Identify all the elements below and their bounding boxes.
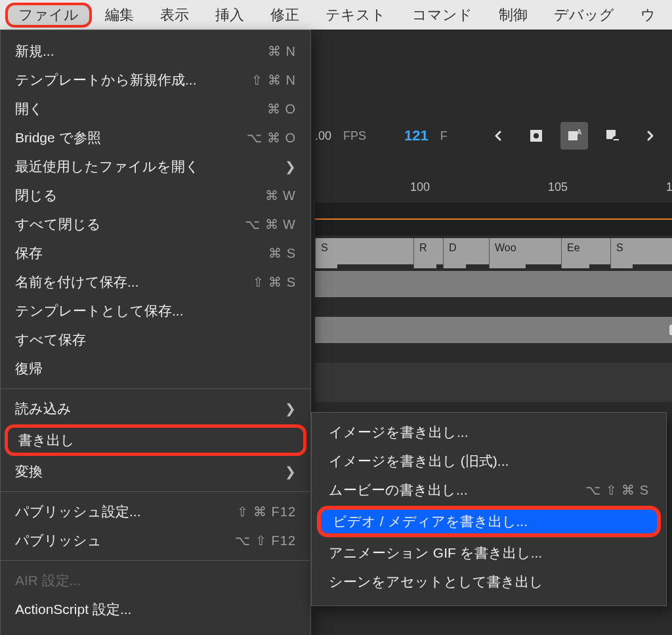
- menu-modify[interactable]: 修正: [257, 3, 312, 28]
- file-menu: 新規... ⌘ N テンプレートから新規作成... ⇧ ⌘ N 開く ⌘ O B…: [0, 30, 311, 635]
- menu-debug[interactable]: デバッグ: [541, 3, 627, 28]
- menu-text[interactable]: テキスト: [312, 3, 399, 28]
- timeline-track[interactable]: [315, 317, 672, 343]
- menu-item-label: アニメーション GIF を書き出し...: [329, 544, 542, 562]
- lipsync-marker[interactable]: S: [315, 238, 337, 268]
- menu-export-video[interactable]: ビデオ / メディアを書き出し...: [317, 506, 661, 537]
- menu-export-gif[interactable]: アニメーション GIF を書き出し...: [312, 539, 666, 567]
- ruler-tick: 100: [410, 180, 430, 194]
- shortcut: ⌥ ⇧ F12: [235, 533, 296, 548]
- menu-insert[interactable]: 挿入: [202, 3, 257, 28]
- menu-convert[interactable]: 変換 ❯: [1, 457, 310, 486]
- menu-item-label: パブリッシュ: [15, 531, 102, 550]
- menu-command[interactable]: コマンド: [399, 3, 486, 28]
- menu-new-from-template[interactable]: テンプレートから新規作成... ⇧ ⌘ N: [1, 66, 310, 94]
- menu-item-label: 閉じる: [15, 186, 58, 205]
- menu-separator: [1, 491, 310, 492]
- shortcut: ⌘ N: [268, 43, 296, 59]
- remove-frame-button[interactable]: [598, 122, 626, 150]
- ruler-tick: 1: [666, 180, 672, 194]
- shortcut: ⇧ ⌘ S: [253, 274, 296, 290]
- menu-edit[interactable]: 編集: [92, 3, 147, 28]
- shortcut: ⌘ O: [267, 101, 296, 117]
- menu-export-image[interactable]: イメージを書き出し...: [312, 418, 666, 447]
- menu-item-label: 変換: [15, 462, 43, 481]
- menu-item-label: 書き出し: [18, 431, 75, 449]
- menu-item-label: ActionScript 設定...: [15, 600, 131, 619]
- menu-save[interactable]: 保存 ⌘ S: [1, 239, 310, 268]
- shortcut: ⇧ ⌘ N: [251, 72, 296, 88]
- menu-view[interactable]: 表示: [147, 3, 202, 28]
- menu-save-all[interactable]: すべて保存: [1, 325, 310, 354]
- timeline-track[interactable]: [315, 271, 672, 297]
- menu-item-label: 名前を付けて保存...: [15, 273, 139, 291]
- menu-save-as[interactable]: 名前を付けて保存... ⇧ ⌘ S: [1, 268, 310, 297]
- lipsync-marker[interactable]: R: [413, 238, 436, 268]
- timeline-track[interactable]: [315, 363, 672, 402]
- menu-bridge[interactable]: Bridge で参照 ⌥ ⌘ O: [1, 123, 310, 152]
- menu-file[interactable]: ファイル: [5, 3, 92, 28]
- ruler-tick: 105: [548, 180, 568, 194]
- menu-publish[interactable]: パブリッシュ ⌥ ⇧ F12: [1, 526, 310, 555]
- svg-rect-2: [568, 131, 578, 140]
- lipsync-marker[interactable]: S: [610, 238, 633, 268]
- menu-publish-settings[interactable]: パブリッシュ設定... ⇧ ⌘ F12: [1, 497, 310, 526]
- menu-actionscript-settings[interactable]: ActionScript 設定...: [1, 595, 310, 624]
- chevron-right-icon: ❯: [282, 464, 296, 480]
- menu-item-label: 復帰: [15, 359, 43, 378]
- menu-close[interactable]: 閉じる ⌘ W: [1, 181, 310, 210]
- onion-skin-button[interactable]: A: [560, 122, 588, 150]
- menu-item-label: 保存: [15, 244, 43, 262]
- lipsync-track[interactable]: S R D Woo Ee S: [315, 238, 672, 264]
- menu-item-label: 最近使用したファイルを開く: [15, 157, 200, 176]
- timeline-tracks: S R D Woo Ee S: [315, 203, 672, 402]
- prev-frame-button[interactable]: [484, 122, 512, 150]
- menu-item-label: 開く: [15, 100, 43, 118]
- menu-item-label: イメージを書き出し (旧式)...: [329, 452, 509, 470]
- menu-item-label: テンプレートとして保存...: [15, 302, 184, 320]
- menu-item-label: テンプレートから新規作成...: [15, 71, 197, 89]
- shortcut: ⌥ ⌘ O: [247, 130, 296, 146]
- menu-close-all[interactable]: すべて閉じる ⌥ ⌘ W: [1, 210, 310, 239]
- menu-item-label: ビデオ / メディアを書き出し...: [333, 512, 528, 531]
- menu-export[interactable]: 書き出し: [5, 424, 306, 456]
- menu-revert[interactable]: 復帰: [1, 354, 310, 383]
- fps-label: FPS: [343, 129, 366, 143]
- chevron-right-icon: ❯: [282, 159, 296, 174]
- menu-window[interactable]: ウ: [627, 3, 669, 28]
- timeline-toolbar: A: [484, 122, 672, 150]
- menu-item-label: 新規...: [15, 42, 54, 60]
- lipsync-marker[interactable]: D: [443, 238, 466, 268]
- menu-item-label: イメージを書き出し...: [329, 423, 469, 441]
- menu-import[interactable]: 読み込み ❯: [1, 394, 310, 423]
- menu-save-template[interactable]: テンプレートとして保存...: [1, 297, 310, 325]
- menu-export-scene-asset[interactable]: シーンをアセットとして書き出し: [312, 567, 666, 596]
- menu-open-recent[interactable]: 最近使用したファイルを開く ❯: [1, 152, 310, 181]
- lipsync-marker[interactable]: Ee: [561, 238, 589, 268]
- menu-bar: ファイル 編集 表示 挿入 修正 テキスト コマンド 制御 デバッグ ウ: [0, 0, 672, 30]
- menu-item-label: AIR 設定...: [15, 571, 81, 590]
- timeline-ruler[interactable]: 100 105 1: [315, 175, 672, 203]
- shortcut: ⌥ ⌘ W: [245, 216, 296, 232]
- menu-item-label: 読み込み: [15, 399, 72, 418]
- menu-control[interactable]: 制御: [486, 3, 541, 28]
- menu-item-label: シーンをアセットとして書き出し: [329, 573, 543, 591]
- insert-keyframe-button[interactable]: [522, 122, 550, 150]
- menu-export-movie[interactable]: ムービーの書き出し... ⌥ ⇧ ⌘ S: [312, 476, 666, 504]
- menu-separator: [1, 388, 310, 389]
- audio-track[interactable]: [315, 203, 672, 236]
- next-frame-button[interactable]: [637, 122, 664, 150]
- menu-export-image-legacy[interactable]: イメージを書き出し (旧式)...: [312, 447, 666, 476]
- fps-value: .00: [315, 129, 331, 143]
- menu-item-label: パブリッシュ設定...: [15, 502, 141, 521]
- shortcut: ⌥ ⇧ ⌘ S: [585, 482, 649, 498]
- svg-point-1: [534, 133, 539, 138]
- menu-open[interactable]: 開く ⌘ O: [1, 94, 310, 123]
- frame-label: F: [440, 129, 448, 143]
- svg-text:A: A: [577, 129, 581, 136]
- frame-value: 121: [404, 127, 429, 144]
- shortcut: ⌘ W: [265, 188, 296, 203]
- menu-item-label: ムービーの書き出し...: [329, 481, 468, 499]
- menu-new[interactable]: 新規... ⌘ N: [1, 37, 310, 66]
- lipsync-marker[interactable]: Woo: [489, 238, 526, 268]
